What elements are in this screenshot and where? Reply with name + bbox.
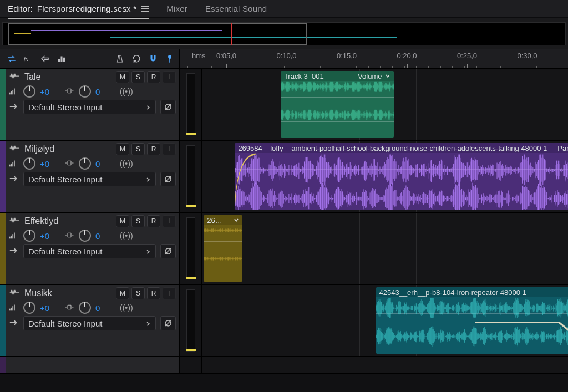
track-lane[interactable]: 269584__loffy__ambient-poolhall-school-b… — [202, 141, 568, 212]
fx-send-icon[interactable]: ((•)) — [120, 87, 133, 96]
pan-value[interactable]: 0 — [95, 87, 109, 96]
input-select[interactable]: Default Stereo Input — [23, 316, 156, 330]
overview-visible-range[interactable] — [8, 23, 306, 45]
marker-icon[interactable] — [164, 53, 176, 65]
pan-value[interactable]: 0 — [95, 159, 109, 169]
mono-stereo-button[interactable] — [160, 244, 176, 258]
pan-value[interactable]: 0 — [95, 231, 109, 241]
input-arrow-icon — [9, 319, 19, 328]
i-button[interactable]: I — [163, 143, 176, 155]
waveform-icon — [9, 72, 20, 82]
ruler-tick-minor — [489, 66, 489, 68]
volume-value[interactable]: +0 — [40, 231, 53, 241]
input-select[interactable]: Default Stereo Input — [23, 172, 156, 186]
fade-in-curve[interactable] — [235, 153, 256, 210]
input-select[interactable]: Default Stereo Input — [23, 244, 156, 258]
audio-clip[interactable]: 42543__erh__p-b8-104-iron-repeator 48000… — [376, 287, 569, 354]
m-button[interactable]: M — [116, 71, 129, 83]
snap-icon[interactable] — [147, 53, 159, 65]
clip-header[interactable]: 269584__loffy__ambient-poolhall-school-b… — [235, 143, 568, 153]
send-icon[interactable] — [39, 53, 51, 65]
fx-send-icon[interactable]: ((•)) — [120, 159, 133, 168]
track-name[interactable]: Effektlyd — [9, 216, 58, 226]
volume-knob[interactable] — [23, 302, 36, 314]
ruler-tick-major — [226, 64, 227, 68]
track-lane[interactable]: 42543__erh__p-b8-104-iron-repeator 48000… — [202, 285, 568, 356]
volume-knob[interactable] — [23, 230, 36, 242]
swap-icon[interactable] — [6, 53, 18, 65]
ruler-tick-minor — [536, 66, 537, 68]
ruler-label: 0:30,0 — [517, 52, 537, 60]
volume-knob[interactable] — [23, 157, 36, 170]
time-ruler[interactable]: hms 0:05,00:10,00:15,00:20,00:25,00:30,0 — [180, 49, 568, 68]
toolbar-row: fx hms 0:05,00:10,00:15,00:20,00:25,00:3… — [0, 49, 568, 69]
track-lane[interactable] — [202, 357, 568, 373]
loop-icon[interactable] — [130, 53, 143, 65]
volume-value[interactable]: +0 — [40, 87, 53, 96]
audio-clip[interactable]: Track 3_001 Volume — [281, 71, 394, 138]
s-button[interactable]: S — [131, 287, 145, 299]
m-button[interactable]: M — [116, 143, 129, 155]
r-button[interactable]: R — [147, 287, 160, 299]
r-button[interactable]: R — [147, 71, 160, 83]
envelope-line[interactable] — [475, 297, 568, 354]
svg-rect-11 — [9, 164, 11, 166]
s-button[interactable]: S — [131, 143, 145, 155]
msri-group: MSRI — [116, 215, 176, 227]
clip-header[interactable]: 26… — [204, 215, 242, 225]
bars-icon[interactable] — [55, 53, 68, 65]
svg-rect-7 — [12, 90, 13, 94]
pan-knob[interactable] — [79, 302, 91, 314]
r-button[interactable]: R — [147, 215, 160, 227]
track-lane[interactable]: Track 3_001 Volume — [202, 69, 568, 140]
tab-editor[interactable]: Editor: Flersporsredigering.sesx * — [8, 1, 149, 17]
track-name[interactable]: Tale — [9, 72, 40, 82]
ruler-tick-minor — [428, 66, 429, 68]
hamburger-icon[interactable] — [141, 6, 149, 12]
clip-property: Volume — [358, 72, 382, 80]
metronome-icon[interactable] — [114, 53, 126, 65]
volume-value[interactable]: +0 — [40, 159, 53, 169]
clip-header[interactable]: Track 3_001 Volume — [281, 71, 394, 81]
volume-knob[interactable] — [23, 85, 36, 98]
chevron-down-icon[interactable] — [234, 216, 239, 225]
overview-strip[interactable] — [2, 22, 566, 45]
track-lane[interactable]: 26… — [202, 213, 568, 284]
fx-send-icon[interactable]: ((•)) — [120, 231, 133, 240]
pan-knob[interactable] — [79, 230, 91, 242]
pan-icon — [64, 231, 74, 241]
overview-playhead[interactable] — [231, 23, 232, 45]
i-button[interactable]: I — [163, 71, 176, 83]
chevron-down-icon[interactable] — [385, 72, 390, 80]
pan-value[interactable]: 0 — [95, 303, 109, 313]
m-button[interactable]: M — [116, 287, 129, 299]
fx-icon[interactable]: fx — [22, 53, 34, 65]
s-button[interactable]: S — [131, 71, 145, 83]
track-name[interactable]: Musikk — [9, 288, 52, 298]
svg-rect-12 — [11, 163, 12, 166]
mono-stereo-button[interactable] — [160, 316, 176, 330]
mono-stereo-button[interactable] — [160, 100, 176, 114]
pan-knob[interactable] — [79, 157, 91, 170]
s-button[interactable]: S — [131, 215, 145, 227]
clip-property: Pan — [557, 144, 568, 152]
tab-mixer[interactable]: Mixer — [166, 1, 187, 17]
i-button[interactable]: I — [163, 287, 176, 299]
clip-header[interactable]: 42543__erh__p-b8-104-iron-repeator 48000… — [376, 287, 569, 297]
i-button[interactable]: I — [163, 215, 176, 227]
m-button[interactable]: M — [116, 215, 129, 227]
ruler-tick-minor — [187, 66, 188, 68]
mono-stereo-button[interactable] — [160, 172, 176, 186]
msri-group: MSRI — [116, 287, 176, 299]
r-button[interactable]: R — [147, 143, 160, 155]
tab-essential-sound[interactable]: Essential Sound — [205, 1, 267, 17]
volume-value[interactable]: +0 — [40, 303, 53, 313]
pan-knob[interactable] — [79, 85, 91, 98]
ruler-label: 0:25,0 — [457, 52, 477, 60]
fx-send-icon[interactable]: ((•)) — [120, 303, 133, 312]
input-select[interactable]: Default Stereo Input — [23, 100, 156, 114]
track-name[interactable]: Miljølyd — [9, 144, 54, 154]
audio-clip[interactable]: 26… — [204, 215, 242, 282]
audio-clip[interactable]: 269584__loffy__ambient-poolhall-school-b… — [235, 143, 568, 210]
level-meter — [180, 357, 202, 373]
